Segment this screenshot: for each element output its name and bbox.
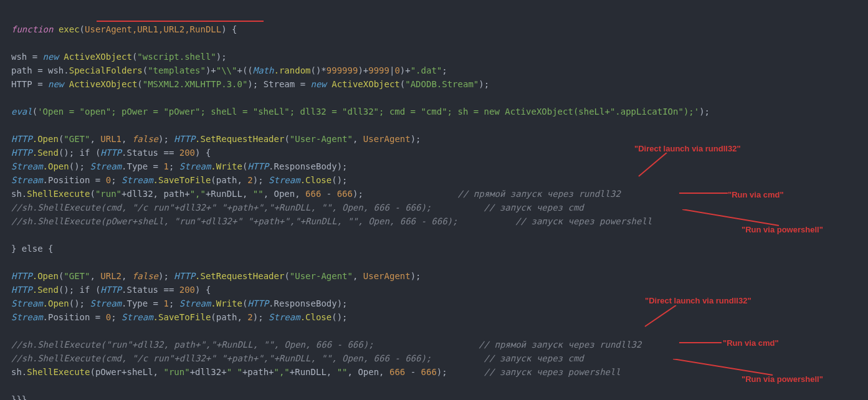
comment-powershell-1: // запуск через powershell xyxy=(515,216,652,226)
annotation-run-powershell-1: "Run via powershell" xyxy=(742,223,823,237)
annotation-direct-launch-2: "Direct launch via rundll32" xyxy=(645,294,751,308)
annotation-direct-launch-1: "Direct launch via rundll32" xyxy=(634,142,741,156)
comment-rundll32-2: // прямой запуск через rundll32 xyxy=(479,340,641,350)
function-name: exec xyxy=(59,24,80,34)
comment-powershell-2: // запуск через powershell xyxy=(484,367,621,377)
function-params: UserAgent,URL1,URL2,RunDLL xyxy=(85,24,221,34)
annotation-run-cmd-2: "Run via cmd" xyxy=(723,336,779,350)
annotation-run-powershell-2: "Run via powershell" xyxy=(742,373,823,386)
annotation-run-cmd-1: "Run via cmd" xyxy=(728,188,784,202)
comment-cmd-1: // запуск через cmd xyxy=(484,202,584,212)
params-underline xyxy=(97,21,264,22)
comment-rundll32-1: // прямой запуск через rundll32 xyxy=(458,189,621,199)
comment-cmd-2: // запуск через cmd xyxy=(484,353,584,363)
keyword-function: function xyxy=(11,24,53,34)
